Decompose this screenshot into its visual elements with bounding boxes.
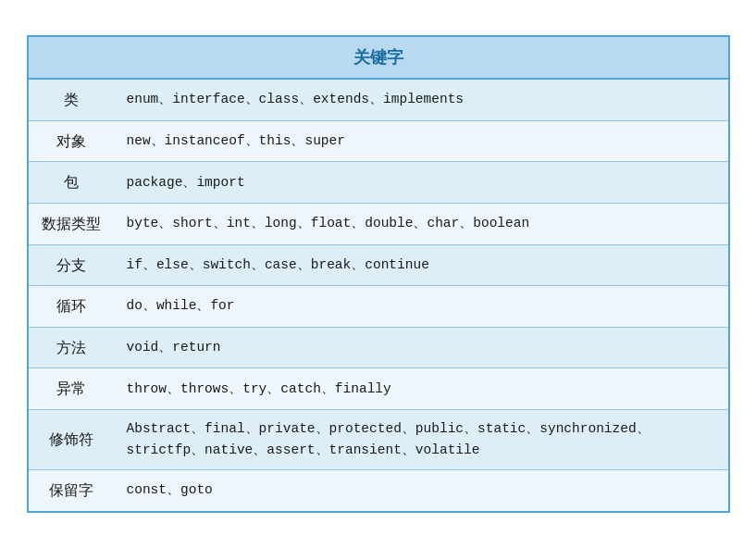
- category-cell: 异常: [29, 368, 114, 410]
- keywords-cell: const、goto: [114, 470, 728, 511]
- keywords-cell: byte、short、int、long、float、double、char、bo…: [114, 203, 728, 244]
- table-row: 对象new、instanceof、this、super: [29, 120, 728, 162]
- keywords-cell: enum、interface、class、extends、implements: [114, 79, 728, 120]
- table-row: 分支if、else、switch、case、break、continue: [29, 244, 728, 286]
- keywords-cell: do、while、for: [114, 286, 728, 328]
- keyword-table: 关键字 类enum、interface、class、extends、implem…: [29, 37, 728, 511]
- table-header-row: 关键字: [29, 37, 728, 79]
- category-cell: 保留字: [29, 470, 114, 511]
- category-cell: 修饰符: [29, 409, 114, 469]
- category-cell: 方法: [29, 327, 114, 368]
- keyword-table-wrapper: 关键字 类enum、interface、class、extends、implem…: [27, 35, 730, 513]
- keywords-cell: Abstract、final、private、protected、public、…: [114, 409, 728, 469]
- table-row: 包package、import: [29, 162, 728, 204]
- category-cell: 数据类型: [29, 203, 114, 244]
- category-cell: 循环: [29, 286, 114, 328]
- table-row: 异常throw、throws、try、catch、finally: [29, 368, 728, 410]
- table-row: 类enum、interface、class、extends、implements: [29, 79, 728, 120]
- keywords-cell: new、instanceof、this、super: [114, 120, 728, 162]
- table-row: 数据类型byte、short、int、long、float、double、cha…: [29, 203, 728, 244]
- table-row: 方法void、return: [29, 327, 728, 368]
- table-row: 保留字const、goto: [29, 470, 728, 511]
- category-cell: 分支: [29, 244, 114, 286]
- keywords-cell: throw、throws、try、catch、finally: [114, 368, 728, 410]
- category-cell: 类: [29, 79, 114, 120]
- table-header: 关键字: [29, 37, 728, 79]
- category-cell: 对象: [29, 120, 114, 162]
- table-row: 循环do、while、for: [29, 286, 728, 328]
- category-cell: 包: [29, 162, 114, 204]
- keywords-cell: package、import: [114, 162, 728, 204]
- keywords-cell: void、return: [114, 327, 728, 368]
- table-row: 修饰符Abstract、final、private、protected、publ…: [29, 409, 728, 469]
- keywords-cell: if、else、switch、case、break、continue: [114, 244, 728, 286]
